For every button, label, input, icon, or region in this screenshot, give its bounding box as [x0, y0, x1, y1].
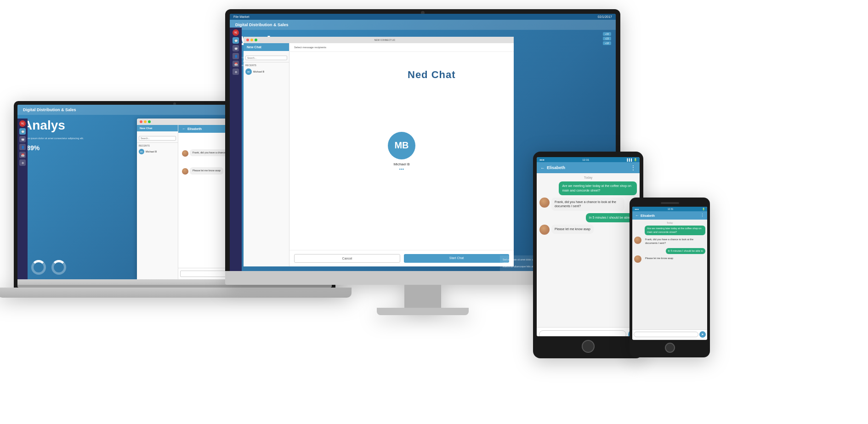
tablet-today-label: Today — [539, 176, 637, 179]
laptop-win-max[interactable] — [148, 120, 151, 123]
stat-badge-1: +33 — [603, 32, 611, 36]
sidebar-icon-chat[interactable]: 💬 — [19, 128, 26, 135]
monitor-sidebar-chat[interactable]: 💬 — [233, 37, 239, 44]
monitor-dialog-body: Select message recipients MB Michael B ●… — [289, 43, 514, 266]
tablet-chat-title: Elisabeth — [547, 165, 565, 170]
sidebar-icon-contacts[interactable]: 👤 — [19, 144, 26, 150]
sidebar-avatar-tc: TC — [19, 120, 26, 127]
tablet-more-icon[interactable]: ⋮ — [630, 164, 636, 171]
tablet-status-bar: ●●● 12:31 ▌▌▌ 🔋 — [537, 157, 640, 162]
laptop-win-min[interactable] — [144, 120, 147, 123]
monitor-sidebar-avatar: TC — [233, 29, 239, 36]
monitor-window-chrome: NEW CONNECT.UC — [244, 37, 514, 43]
laptop-donut-1 — [31, 260, 46, 275]
phone-today-label: Today — [634, 221, 705, 224]
tablet-messages-area: Today Are we meeting later today at the … — [537, 173, 640, 327]
tablet-msg-sent-1: Are we meeting later today at the coffee… — [559, 181, 637, 195]
monitor-contact-name: Michael B — [253, 70, 264, 73]
tablet-msg-received-2: Please let me know asap — [551, 225, 594, 234]
monitor-start-chat-button[interactable]: Start Chat — [404, 254, 509, 263]
monitor-stand-neck — [404, 285, 441, 308]
laptop-contact-michael[interactable]: MB Michael B — [137, 147, 178, 156]
monitor-dialog-footer: Cancel Start Chat — [289, 250, 514, 266]
tablet-home-button[interactable] — [582, 340, 595, 353]
phone-more-icon[interactable]: ⋮ — [700, 213, 704, 218]
laptop-contact-avatar: MB — [139, 149, 144, 154]
laptop-avatar-1 — [182, 150, 188, 157]
tablet-msg-avatar-1 — [539, 198, 550, 208]
laptop-search-input[interactable] — [139, 136, 176, 141]
phone-msg-sent-1: Are we meeting later today at the coffee… — [645, 226, 705, 235]
tablet-chat-header: ← Elisabeth ⋮ — [537, 162, 640, 173]
monitor-mb-status: ●●● — [399, 168, 404, 170]
sidebar-icon-settings[interactable]: ⚙ — [19, 159, 26, 166]
monitor-search-area[interactable] — [244, 51, 289, 62]
phone: ●●● 12:31 🔋 ← Elisabeth ⋮ Today Are we — [630, 198, 710, 357]
phone-message-input[interactable] — [634, 332, 698, 337]
phone-msg-avatar-2 — [634, 255, 641, 263]
monitor-new-chat-header: New Chat — [244, 43, 289, 51]
phone-status-bar: ●●● 12:31 🔋 — [632, 207, 707, 211]
phone-msg-sent-2: In 5 minutes I should be able to — [666, 248, 705, 254]
tablet-app-container: ← Elisabeth ⋮ Today Are we meeting later… — [537, 162, 640, 336]
laptop-avatar-2 — [182, 168, 188, 175]
phone-send-button[interactable]: ➤ — [699, 331, 706, 338]
laptop-chat-search[interactable] — [137, 131, 178, 143]
monitor-sidebar: TC 💬 ☎ 👤 📅 ⚙ — [230, 28, 242, 271]
sidebar-icon-calendar[interactable]: 📅 — [19, 152, 26, 158]
tablet-message-input[interactable] — [539, 330, 626, 336]
phone-msg-received-2: Please let me know asap — [643, 255, 675, 262]
phone-screen: ●●● 12:31 🔋 ← Elisabeth ⋮ Today Are we — [632, 207, 707, 340]
laptop-win-close[interactable] — [140, 120, 142, 123]
tablet-back-button[interactable]: ← — [540, 165, 545, 170]
stat-badge-2: +23 — [603, 37, 611, 40]
monitor-win-close[interactable] — [246, 39, 249, 41]
phone-back-button[interactable]: ← — [635, 213, 639, 218]
stat-badge-3: +18 — [603, 41, 611, 45]
monitor-recipient-label: Select message recipients — [289, 43, 514, 52]
phone-msg-row-1: Frank, did you have a chance to look at … — [634, 237, 705, 246]
tablet-msg-row-1: Frank, did you have a chance to look at … — [539, 198, 637, 211]
monitor-win-min[interactable] — [250, 39, 253, 41]
monitor-mb-name: Michael B — [393, 162, 409, 166]
monitor-contact-item[interactable]: MB Michael B — [244, 67, 289, 76]
phone-chat-title: Elisabeth — [641, 214, 655, 217]
phone-messages-area: Today Are we meeting later today at the … — [632, 220, 707, 329]
tablet-input-row: ➤ — [537, 327, 640, 336]
laptop-contacts-panel: New Chat RECENTS MB — [137, 125, 178, 279]
laptop-contacts-header: New Chat — [137, 125, 178, 131]
phone-app-container: ← Elisabeth ⋮ Today Are we meeting later… — [632, 211, 707, 339]
sidebar-icon-phone[interactable]: ☎ — [19, 136, 26, 142]
phone-speaker — [661, 202, 679, 204]
monitor-win-max[interactable] — [255, 39, 257, 41]
ned-chat-label: Ned Chat — [408, 69, 456, 81]
monitor-search-input[interactable] — [245, 56, 287, 60]
monitor-sidebar-calendar[interactable]: 📅 — [233, 61, 239, 67]
monitor-sidebar-phone[interactable]: ☎ — [233, 45, 239, 51]
tablet-screen: ●●● 12:31 ▌▌▌ 🔋 ← Elisabeth ⋮ Today Are — [537, 157, 640, 336]
monitor-sidebar-settings[interactable]: ⚙ — [233, 68, 239, 75]
tablet-msg-avatar-2 — [539, 225, 550, 235]
monitor-top-bar: File Market 02/1/2017 — [230, 14, 616, 20]
monitor-mb-avatar: MB — [388, 132, 415, 159]
monitor-sidebar-contacts[interactable]: 👤 — [233, 53, 239, 59]
monitor-chat-panel: NEW CONNECT.UC New Chat REC — [244, 37, 514, 266]
phone-msg-received-1: Frank, did you have a chance to look at … — [643, 237, 705, 246]
monitor-contact-avatar: MB — [245, 68, 252, 75]
laptop-donut-2 — [51, 260, 66, 275]
tablet-msg-received-1: Frank, did you have a chance to look at … — [551, 198, 624, 211]
phone-input-row: ➤ — [632, 329, 707, 339]
monitor-stats-badges: +33 +23 +18 — [603, 32, 611, 45]
phone-msg-row-2: Please let me know asap — [634, 255, 705, 263]
monitor-recents-label: RECENTS — [244, 62, 289, 67]
phone-home-button[interactable] — [665, 343, 675, 353]
tablet-msg-row-2: Please let me know asap — [539, 225, 637, 235]
laptop-recents-label: RECENTS — [137, 143, 178, 147]
monitor-cancel-button[interactable]: Cancel — [294, 254, 400, 263]
laptop-stats-area — [31, 260, 66, 275]
monitor-window-title: NEW CONNECT.UC — [259, 39, 511, 41]
tablet: ●●● 12:31 ▌▌▌ 🔋 ← Elisabeth ⋮ Today Are — [533, 152, 643, 358]
phone-msg-avatar-1 — [634, 237, 641, 244]
monitor-stand-base — [377, 308, 469, 315]
monitor-contacts-sidebar: New Chat RECENTS MB Michael B — [244, 43, 289, 266]
